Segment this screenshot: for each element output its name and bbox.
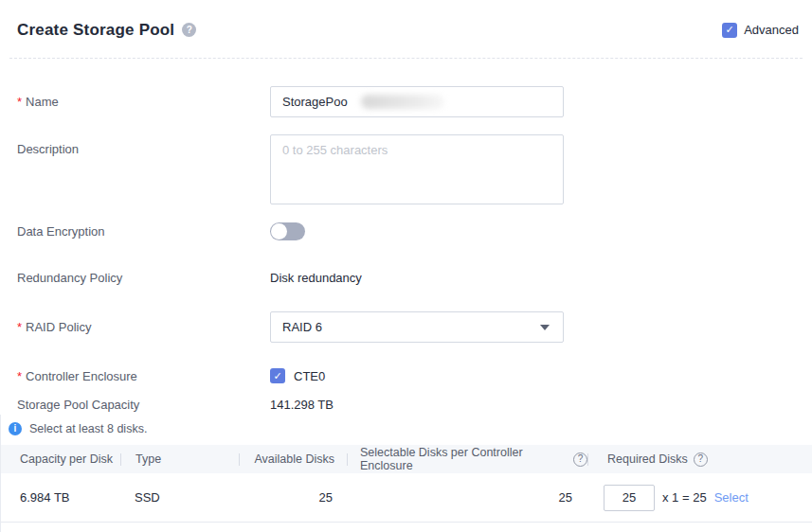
data-encryption-row: Data Encryption	[17, 222, 812, 240]
raid-policy-selected-value: RAID 6	[282, 320, 322, 334]
description-label: Description	[17, 134, 270, 156]
create-pool-form: *Name Description Data Encryption Redund…	[0, 86, 812, 412]
description-row: Description	[17, 134, 812, 204]
required-marker: *	[17, 95, 22, 109]
cell-selectable: 25	[345, 490, 585, 505]
select-link[interactable]: Select	[714, 490, 749, 505]
table-row: 6.984 TB SSD 25 25 x 1 = 25 Select	[1, 473, 812, 523]
required-disks-input[interactable]	[604, 485, 655, 511]
raid-policy-select[interactable]: RAID 6	[270, 311, 564, 343]
cell-available: 25	[238, 490, 345, 505]
help-icon[interactable]: ?	[573, 452, 587, 467]
check-icon: ✓	[726, 25, 734, 35]
toggle-knob	[271, 223, 287, 239]
capacity-value: 141.298 TB	[270, 398, 334, 412]
cte0-checkbox[interactable]: ✓	[270, 368, 285, 383]
col-selectable-disks: Selectable Disks per Controller Enclosur…	[348, 446, 587, 472]
help-icon[interactable]: ?	[182, 23, 196, 37]
capacity-label: Storage Pool Capacity	[17, 398, 270, 412]
cte0-checkbox-label: CTE0	[294, 369, 325, 383]
controller-enclosure-label: *Controller Enclosure	[17, 369, 270, 383]
col-type: Type	[121, 452, 239, 466]
redundancy-policy-value: Disk redundancy	[270, 271, 362, 285]
check-icon: ✓	[273, 371, 281, 381]
required-marker: *	[17, 320, 22, 334]
notice-bar: i Select at least 8 disks.	[1, 415, 812, 435]
cell-required: x 1 = 25 Select	[585, 485, 812, 511]
col-required-disks: Required Disks ?	[588, 452, 812, 467]
notice-text: Select at least 8 disks.	[29, 422, 147, 435]
dialog-header: Create Storage Pool ? ✓ Advanced	[0, 0, 812, 47]
cell-capacity: 6.984 TB	[1, 490, 120, 505]
disk-selection-section: i Select at least 8 disks. Capacity per …	[0, 415, 812, 532]
redundancy-policy-row: Redundancy Policy Disk redundancy	[17, 271, 812, 285]
disk-table: Capacity per Disk Type Available Disks S…	[1, 445, 812, 523]
raid-policy-label: *RAID Policy	[17, 320, 270, 334]
col-available-disks: Available Disks	[240, 452, 347, 466]
redundancy-policy-label: Redundancy Policy	[17, 271, 270, 285]
required-disks-formula: x 1 = 25	[662, 490, 707, 505]
controller-enclosure-row: *Controller Enclosure ✓ CTE0	[17, 368, 812, 383]
capacity-row: Storage Pool Capacity 141.298 TB	[17, 398, 812, 412]
name-label: *Name	[17, 95, 270, 109]
advanced-checkbox-label: Advanced	[744, 23, 799, 37]
chevron-down-icon	[540, 325, 550, 330]
name-row: *Name	[17, 86, 812, 117]
col-capacity-per-disk: Capacity per Disk	[1, 452, 120, 466]
dashed-divider	[9, 58, 803, 59]
required-marker: *	[17, 369, 22, 383]
page-title: Create Storage Pool	[17, 21, 174, 40]
description-textarea[interactable]	[270, 134, 564, 204]
help-icon[interactable]: ?	[694, 452, 708, 467]
redaction-smudge	[361, 95, 444, 109]
advanced-checkbox[interactable]: ✓	[722, 23, 737, 38]
cell-type: SSD	[120, 490, 238, 505]
info-icon: i	[9, 422, 22, 435]
raid-policy-row: *RAID Policy RAID 6	[17, 311, 812, 343]
data-encryption-label: Data Encryption	[17, 224, 270, 239]
data-encryption-toggle[interactable]	[270, 222, 305, 240]
disk-table-header: Capacity per Disk Type Available Disks S…	[1, 445, 812, 473]
